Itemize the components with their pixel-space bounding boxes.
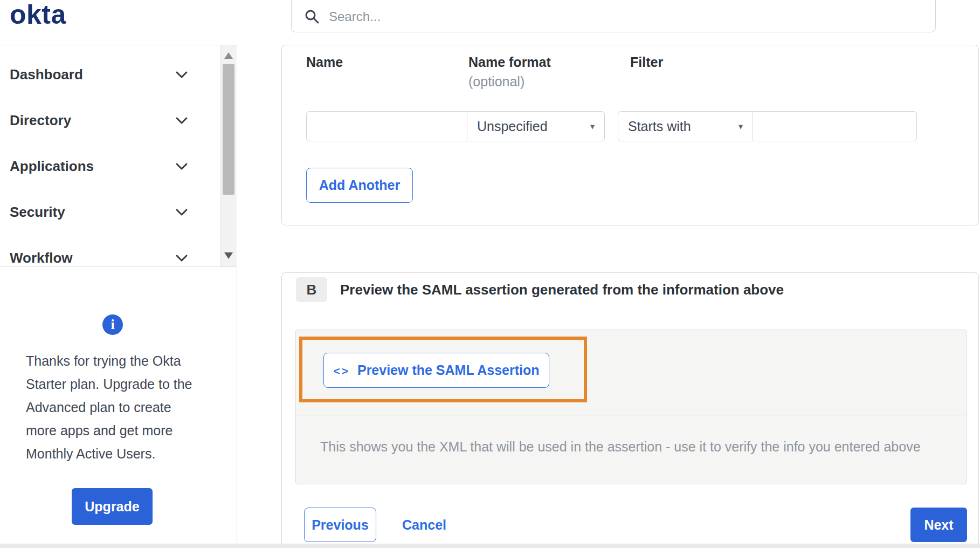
- dropdown-arrow-icon: ▾: [590, 121, 595, 132]
- add-another-button[interactable]: Add Another: [306, 168, 413, 203]
- preview-panel: <> Preview the SAML Assertion This shows…: [295, 330, 967, 484]
- preview-help-text: This shows you the XML that will be used…: [320, 437, 946, 456]
- preview-section-heading: Preview the SAML assertion generated fro…: [340, 277, 784, 302]
- sidebar-item-dashboard[interactable]: Dashboard: [0, 52, 237, 98]
- dropdown-arrow-icon: ▾: [739, 121, 743, 132]
- sidebar-item-security[interactable]: Security: [0, 189, 237, 235]
- scroll-up-icon[interactable]: [224, 52, 233, 59]
- next-button[interactable]: Next: [910, 508, 967, 542]
- panel-divider: [296, 415, 966, 415]
- step-b-badge: B: [296, 277, 327, 302]
- attribute-statements-card: Name Name format (optional) Filter Unspe…: [281, 45, 979, 225]
- code-brackets-icon: <>: [333, 365, 350, 378]
- filter-type-select[interactable]: Starts with ▾: [618, 111, 753, 141]
- sidebar-item-label: Workflow: [10, 250, 73, 266]
- okta-logo: okta: [10, 0, 66, 31]
- search-icon: [305, 9, 319, 24]
- okta-admin-console: okta DashboardDirectoryApplicationsSecur…: [0, 0, 980, 548]
- sidebar: DashboardDirectoryApplicationsSecurityWo…: [0, 45, 237, 267]
- sidebar-item-applications[interactable]: Applications: [0, 143, 237, 189]
- sidebar-item-label: Dashboard: [10, 66, 83, 83]
- sidebar-nav: DashboardDirectoryApplicationsSecurityWo…: [0, 45, 237, 281]
- sidebar-item-directory[interactable]: Directory: [0, 98, 237, 143]
- sidebar-item-label: Security: [10, 204, 65, 221]
- name-column-header: Name: [306, 54, 343, 70]
- chevron-down-icon: [175, 71, 188, 79]
- preview-assertion-card: B Preview the SAML assertion generated f…: [281, 272, 979, 548]
- preview-button-label: Preview the SAML Assertion: [357, 362, 540, 378]
- global-search[interactable]: [291, 0, 936, 32]
- viewport-bottom-strip: [0, 544, 980, 548]
- search-input[interactable]: [329, 8, 935, 24]
- sidebar-item-label: Applications: [10, 158, 94, 175]
- sidebar-main-divider: [237, 45, 237, 548]
- chevron-down-icon: [175, 162, 188, 171]
- sidebar-item-label: Directory: [10, 112, 71, 129]
- name-format-column-header: Name format: [468, 54, 551, 70]
- chevron-down-icon: [175, 117, 188, 125]
- scroll-down-icon[interactable]: [224, 252, 233, 259]
- filter-column-header: Filter: [630, 54, 663, 70]
- upgrade-button[interactable]: Upgrade: [72, 488, 153, 525]
- cancel-link[interactable]: Cancel: [402, 508, 446, 542]
- attribute-name-input[interactable]: [306, 111, 467, 141]
- sidebar-item-workflow[interactable]: Workflow: [0, 235, 237, 281]
- plan-promo-text: Thanks for trying the Okta Starter plan.…: [26, 350, 205, 465]
- filter-value-input[interactable]: [753, 111, 917, 141]
- name-format-optional-label: (optional): [468, 74, 524, 90]
- previous-button[interactable]: Previous: [304, 508, 376, 542]
- sidebar-scrollbar[interactable]: [220, 45, 236, 266]
- scrollbar-thumb[interactable]: [223, 64, 234, 195]
- chevron-down-icon: [175, 254, 188, 263]
- chevron-down-icon: [175, 208, 188, 217]
- filter-type-selected-value: Starts with: [628, 119, 691, 134]
- info-icon: i: [102, 314, 123, 335]
- name-format-selected-value: Unspecified: [477, 119, 548, 134]
- name-format-select[interactable]: Unspecified ▾: [467, 111, 605, 141]
- preview-saml-assertion-button[interactable]: <> Preview the SAML Assertion: [323, 353, 549, 388]
